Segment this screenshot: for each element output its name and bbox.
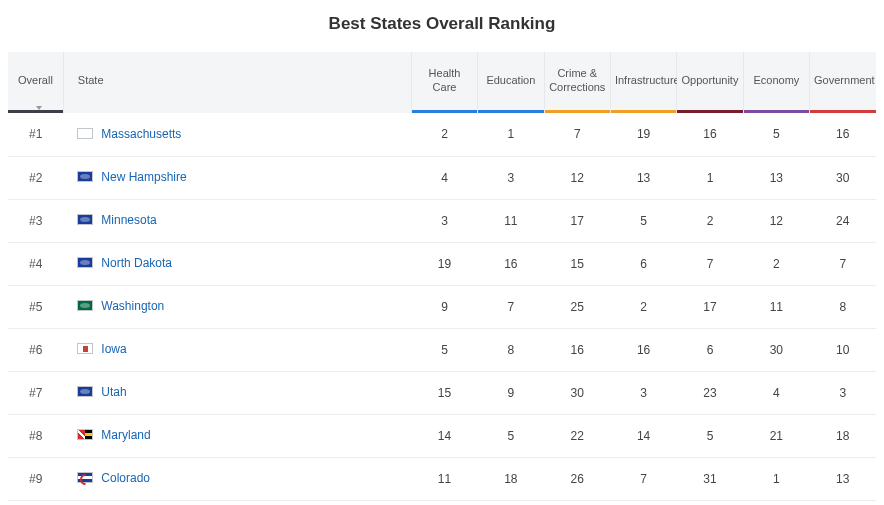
cell-opportunity: 1 [677, 156, 743, 199]
cell-state: Colorado [63, 457, 411, 500]
cell-opportunity: 23 [677, 371, 743, 414]
col-infrastructure[interactable]: Infrastructure [610, 52, 676, 113]
cell-rank: #2 [8, 156, 63, 199]
cell-education: 18 [478, 457, 544, 500]
cell-economy: 2 [743, 242, 809, 285]
table-row: #2New Hampshire43121311330 [8, 156, 876, 199]
col-underline [8, 110, 63, 113]
table-row: #6Iowa58161663010 [8, 328, 876, 371]
col-opp-label: Opportunity [682, 74, 739, 86]
page-title: Best States Overall Ranking [8, 14, 876, 34]
cell-infrastructure: 7 [610, 457, 676, 500]
col-education[interactable]: Education [478, 52, 544, 113]
col-opportunity[interactable]: Opportunity [677, 52, 743, 113]
state-flag-icon [77, 257, 93, 268]
state-link[interactable]: Massachusetts [77, 127, 181, 141]
table-row: #9Colorado111826731113 [8, 457, 876, 500]
cell-opportunity: 17 [677, 285, 743, 328]
table-row: #1Massachusetts2171916516 [8, 113, 876, 156]
col-health-care[interactable]: Health Care [411, 52, 477, 113]
state-name: Utah [101, 385, 126, 399]
table-row: #7Utah1593032343 [8, 371, 876, 414]
col-economy[interactable]: Economy [743, 52, 809, 113]
col-health-label: Health Care [429, 67, 461, 93]
state-name: Massachusetts [101, 127, 181, 141]
table-header-row: Overall State Health Care Education Crim… [8, 52, 876, 113]
cell-infrastructure: 19 [610, 113, 676, 156]
cell-economy: 21 [743, 414, 809, 457]
cell-crime: 30 [544, 371, 610, 414]
cell-crime: 26 [544, 457, 610, 500]
cell-opportunity: 16 [677, 113, 743, 156]
cell-state: Iowa [63, 328, 411, 371]
cell-health: 2 [411, 113, 477, 156]
cell-economy: 12 [743, 199, 809, 242]
state-name: Iowa [101, 342, 126, 356]
cell-state: North Dakota [63, 242, 411, 285]
cell-education: 5 [478, 414, 544, 457]
cell-government: 8 [810, 285, 876, 328]
cell-health: 4 [411, 156, 477, 199]
col-state[interactable]: State [63, 52, 411, 113]
cell-government: 18 [810, 414, 876, 457]
cell-infrastructure: 6 [610, 242, 676, 285]
state-flag-icon [77, 429, 93, 440]
state-name: Maryland [101, 428, 150, 442]
state-link[interactable]: Utah [77, 385, 126, 399]
cell-crime: 17 [544, 199, 610, 242]
col-crime-corrections[interactable]: Crime & Corrections [544, 52, 610, 113]
cell-rank: #1 [8, 113, 63, 156]
cell-state: Washington [63, 285, 411, 328]
cell-health: 5 [411, 328, 477, 371]
cell-education: 8 [478, 328, 544, 371]
cell-education: 1 [478, 113, 544, 156]
cell-rank: #7 [8, 371, 63, 414]
cell-opportunity: 5 [677, 414, 743, 457]
cell-health: 15 [411, 371, 477, 414]
cell-rank: #9 [8, 457, 63, 500]
cell-state: Utah [63, 371, 411, 414]
cell-infrastructure: 3 [610, 371, 676, 414]
cell-health: 3 [411, 199, 477, 242]
state-link[interactable]: Iowa [77, 342, 126, 356]
table-row: #4North Dakota1916156727 [8, 242, 876, 285]
state-link[interactable]: Colorado [77, 471, 150, 485]
cell-state: Maryland [63, 414, 411, 457]
col-overall-label: Overall [18, 74, 53, 86]
state-flag-icon [77, 171, 93, 182]
cell-economy: 13 [743, 156, 809, 199]
cell-government: 24 [810, 199, 876, 242]
state-link[interactable]: Maryland [77, 428, 150, 442]
cell-education: 9 [478, 371, 544, 414]
cell-infrastructure: 2 [610, 285, 676, 328]
state-link[interactable]: North Dakota [77, 256, 172, 270]
cell-education: 3 [478, 156, 544, 199]
state-flag-icon [77, 300, 93, 311]
state-name: Colorado [101, 471, 150, 485]
cell-government: 7 [810, 242, 876, 285]
col-infra-label: Infrastructure [615, 74, 680, 86]
state-flag-icon [77, 128, 93, 139]
cell-economy: 4 [743, 371, 809, 414]
cell-crime: 22 [544, 414, 610, 457]
col-overall[interactable]: Overall [8, 52, 63, 113]
cell-government: 13 [810, 457, 876, 500]
table-row: #8Maryland145221452118 [8, 414, 876, 457]
col-gov-label: Government [814, 74, 875, 86]
cell-education: 16 [478, 242, 544, 285]
state-flag-icon [77, 214, 93, 225]
state-link[interactable]: Washington [77, 299, 164, 313]
col-government[interactable]: Government [810, 52, 876, 113]
state-name: North Dakota [101, 256, 172, 270]
cell-health: 19 [411, 242, 477, 285]
cell-health: 9 [411, 285, 477, 328]
cell-education: 11 [478, 199, 544, 242]
cell-education: 7 [478, 285, 544, 328]
cell-government: 3 [810, 371, 876, 414]
state-flag-icon [77, 343, 93, 354]
cell-crime: 7 [544, 113, 610, 156]
cell-state: New Hampshire [63, 156, 411, 199]
state-link[interactable]: Minnesota [77, 213, 156, 227]
state-link[interactable]: New Hampshire [77, 170, 186, 184]
col-underline [478, 110, 543, 113]
